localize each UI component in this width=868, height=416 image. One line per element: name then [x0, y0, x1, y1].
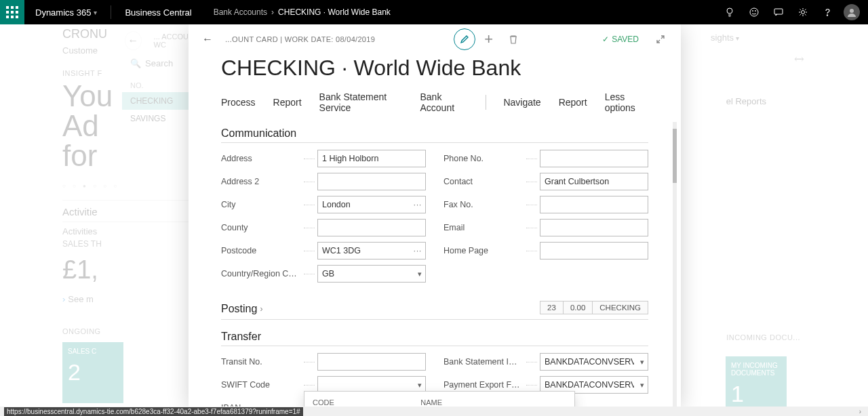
- field-label: Address: [221, 154, 301, 163]
- homepage-input[interactable]: [540, 242, 648, 259]
- section-communication-title[interactable]: Communication: [221, 127, 648, 140]
- svg-point-11: [753, 11, 753, 12]
- brand-app-link[interactable]: Dynamics 365 ▾: [24, 7, 108, 18]
- lightbulb-icon[interactable]: [717, 0, 742, 24]
- phone-input[interactable]: [540, 150, 648, 167]
- chevron-down-icon[interactable]: ▾: [418, 381, 422, 390]
- tab-bank-account[interactable]: Bank Account: [420, 87, 468, 117]
- tab-navigate[interactable]: Navigate: [503, 93, 540, 112]
- posting-section-header: Posting› 23 0.00 CHECKING: [221, 297, 648, 318]
- field-label: Payment Export Form...: [443, 380, 524, 390]
- field-postcode: Postcode···: [221, 242, 426, 259]
- swift-code-dropdown[interactable]: CODE NAME ZABAHR2X Zagrebacka Banka: [304, 391, 575, 407]
- chevron-down-icon[interactable]: ▾: [640, 381, 644, 390]
- field-fax: Fax No.: [443, 196, 648, 213]
- address-2-input[interactable]: [317, 173, 426, 190]
- field-label: Postcode: [221, 246, 301, 255]
- separator: [486, 95, 486, 110]
- check-icon: ✓: [602, 35, 609, 44]
- app-launcher-button[interactable]: [0, 0, 24, 24]
- email-input[interactable]: [540, 219, 648, 236]
- breadcrumb-parent[interactable]: Bank Accounts: [214, 7, 267, 17]
- postcode-input[interactable]: [317, 242, 426, 259]
- field-bank-stmt-import: Bank Statement Impo...▾: [443, 353, 648, 371]
- svg-point-14: [802, 11, 805, 14]
- fax-input[interactable]: [540, 196, 648, 213]
- section-posting-title[interactable]: Posting›: [221, 303, 262, 315]
- modal-body: Communication Address Address 2 City··· …: [189, 118, 681, 407]
- section-transfer-title[interactable]: Transfer: [221, 331, 648, 343]
- city-input[interactable]: [317, 196, 426, 213]
- contact-input[interactable]: [540, 173, 648, 190]
- svg-point-15: [827, 15, 827, 16]
- avatar-button[interactable]: [840, 0, 864, 24]
- expand-button[interactable]: [648, 27, 673, 51]
- field-country-region: Country/Region Code▾: [221, 265, 426, 283]
- county-input[interactable]: [317, 219, 426, 236]
- country-region-input[interactable]: [317, 265, 426, 283]
- svg-rect-6: [6, 16, 9, 18]
- help-icon[interactable]: [815, 0, 840, 24]
- bank-stmt-import-input[interactable]: [540, 353, 648, 371]
- gear-icon[interactable]: [791, 0, 815, 24]
- svg-rect-7: [11, 16, 14, 18]
- brand-product-link[interactable]: Business Central: [114, 7, 202, 18]
- svg-point-10: [750, 8, 758, 16]
- field-address-2: Address 2: [221, 173, 426, 190]
- field-city: City···: [221, 196, 426, 213]
- svg-point-12: [755, 11, 756, 12]
- smile-icon[interactable]: [742, 0, 766, 24]
- transit-no-input[interactable]: [317, 353, 426, 371]
- address-input[interactable]: [317, 150, 426, 167]
- top-bar: Dynamics 365 ▾ Business Central Bank Acc…: [0, 0, 868, 24]
- field-label: Bank Statement Impo...: [443, 357, 524, 367]
- scrollbar-thumb[interactable]: [673, 129, 677, 183]
- status-url: https://businesscentral.dynamics-tie.com…: [4, 407, 303, 416]
- posting-title-text: Posting: [221, 303, 257, 315]
- tab-report-2[interactable]: Report: [559, 93, 587, 112]
- lookup-icon[interactable]: ···: [414, 247, 422, 255]
- action-bar: Process Report Bank Statement Service Ba…: [189, 83, 681, 118]
- communication-fields: Address Address 2 City··· County Postcod…: [221, 150, 648, 283]
- scroll-right-icon[interactable]: ›: [859, 408, 864, 415]
- tab-bank-statement-service[interactable]: Bank Statement Service: [319, 87, 403, 117]
- svg-point-9: [727, 8, 732, 14]
- breadcrumb-current: CHECKING · World Wide Bank: [278, 7, 391, 17]
- less-options-link[interactable]: Less options: [605, 87, 648, 117]
- field-email: Email: [443, 219, 648, 236]
- chat-icon[interactable]: [766, 0, 791, 24]
- field-address: Address: [221, 150, 426, 167]
- dropdown-col-code: CODE: [304, 392, 412, 407]
- topbar-actions: [717, 0, 868, 24]
- tab-process[interactable]: Process: [221, 93, 256, 112]
- dropdown-col-name: NAME: [412, 392, 574, 407]
- svg-point-16: [850, 9, 854, 13]
- field-label: City: [221, 200, 301, 209]
- field-county: County: [221, 219, 426, 236]
- chevron-down-icon[interactable]: ▾: [418, 270, 422, 278]
- tab-report[interactable]: Report: [273, 93, 302, 112]
- field-label: Home Page: [443, 246, 524, 255]
- posting-badge-count[interactable]: 23: [540, 301, 564, 314]
- chevron-right-icon: ›: [260, 304, 262, 314]
- svg-rect-2: [16, 6, 18, 9]
- svg-rect-0: [6, 6, 9, 9]
- svg-rect-5: [16, 11, 18, 14]
- page-title: CHECKING · World Wide Bank: [189, 54, 681, 83]
- posting-badge-group[interactable]: CHECKING: [593, 301, 648, 314]
- svg-rect-13: [774, 9, 783, 14]
- modal-crumb: ...OUNT CARD | WORK DATE: 08/04/2019: [225, 35, 375, 43]
- svg-rect-4: [11, 11, 14, 14]
- delete-button[interactable]: [501, 27, 526, 51]
- lookup-icon[interactable]: ···: [414, 201, 422, 209]
- field-contact: Contact: [443, 173, 648, 190]
- edit-button[interactable]: [452, 27, 477, 51]
- separator: [111, 5, 111, 19]
- chevron-down-icon[interactable]: ▾: [640, 358, 644, 367]
- saved-label: SAVED: [612, 35, 639, 44]
- posting-badge-balance[interactable]: 0.00: [564, 301, 593, 314]
- scrollbar[interactable]: [673, 122, 677, 407]
- back-button[interactable]: ←: [197, 28, 218, 50]
- new-button[interactable]: +: [477, 27, 501, 51]
- posting-summary-badges: 23 0.00 CHECKING: [540, 301, 648, 314]
